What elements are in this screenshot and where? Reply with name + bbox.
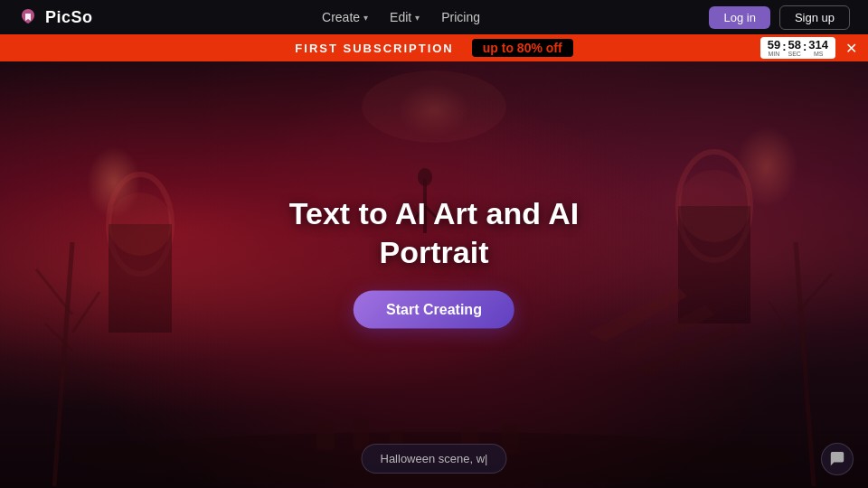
logo-icon: [18, 7, 38, 27]
navbar-left: PicSo: [18, 7, 93, 27]
svg-rect-20: [353, 418, 369, 450]
logo-text: PicSo: [45, 8, 93, 27]
promo-banner: FIRST SUBSCRIPTION up to 80% off 59 Min …: [0, 34, 868, 61]
hero-section: Text to AI Art and AI Portrait Start Cre…: [0, 61, 868, 488]
timer-ms: 314 MS: [808, 39, 828, 57]
chevron-edit-icon: ▾: [415, 13, 420, 23]
signup-button[interactable]: Sign up: [779, 5, 850, 30]
start-creating-button[interactable]: Start Creating: [354, 291, 514, 329]
promo-timer: 59 Min : 58 Sec : 314 MS: [760, 37, 835, 59]
svg-line-9: [72, 292, 99, 333]
timer-sep-1: :: [782, 40, 786, 57]
svg-point-2: [108, 192, 172, 256]
hero-title: Text to AI Art and AI Portrait: [289, 194, 579, 271]
nav-edit[interactable]: Edit ▾: [390, 10, 420, 24]
svg-line-13: [769, 301, 796, 342]
promo-close-button[interactable]: ✕: [845, 40, 857, 57]
chevron-create-icon: ▾: [363, 13, 368, 23]
login-button[interactable]: Log in: [709, 6, 769, 29]
prompt-bar: Halloween scene, w|: [362, 444, 507, 474]
navbar-center: Create ▾ Edit ▾ Pricing: [322, 10, 480, 24]
promo-badge: up to 80% off: [472, 39, 573, 57]
svg-point-5: [678, 170, 750, 242]
hero-content: Text to AI Art and AI Portrait Start Cre…: [289, 194, 579, 329]
timer-minutes: 59 Min: [768, 39, 780, 57]
nav-pricing[interactable]: Pricing: [441, 10, 480, 24]
svg-point-16: [418, 168, 432, 186]
chat-icon: [829, 451, 845, 467]
navbar: PicSo Create ▾ Edit ▾ Pricing Log in Sig…: [0, 0, 868, 34]
svg-line-7: [54, 242, 72, 486]
svg-rect-23: [502, 423, 518, 454]
nav-create[interactable]: Create ▾: [322, 10, 368, 24]
svg-rect-19: [316, 423, 335, 450]
promo-text: FIRST SUBSCRIPTION: [295, 42, 453, 55]
chat-bubble-button[interactable]: [821, 443, 854, 475]
navbar-right: Log in Sign up: [709, 5, 850, 30]
svg-line-11: [796, 242, 814, 486]
svg-point-6: [362, 70, 506, 143]
timer-sep-2: :: [803, 40, 807, 57]
timer-seconds: 58 Sec: [788, 39, 800, 57]
